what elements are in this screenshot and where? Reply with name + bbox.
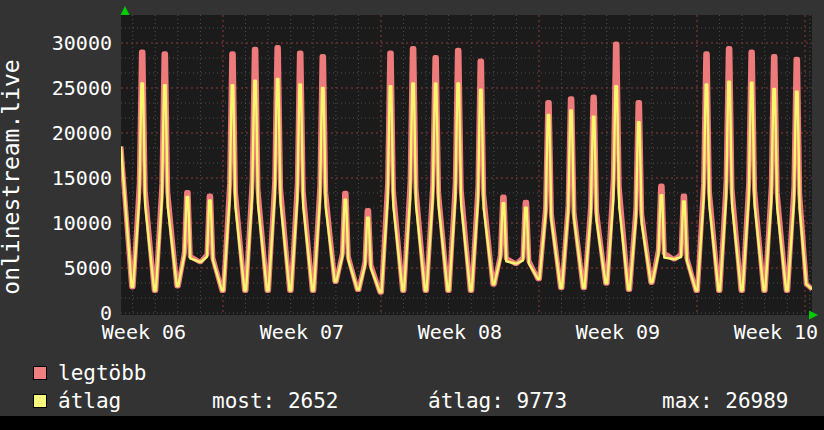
x-tick-label: Week 07 xyxy=(260,320,344,344)
x-tick-label: Week 06 xyxy=(102,320,186,344)
x-tick-label: Week 09 xyxy=(576,320,660,344)
stat-atlag-value: 9773 xyxy=(517,389,568,413)
y-tick-label: 10000 xyxy=(52,211,112,235)
y-tick-label: 25000 xyxy=(52,76,112,100)
stat-max: max: 26989 xyxy=(662,393,788,409)
stat-atlag: átlag: 9773 xyxy=(428,393,567,409)
legend-item-legtobb: legtöbb xyxy=(33,365,147,381)
bottom-border-bar xyxy=(0,416,824,430)
legend-label-atlag: átlag xyxy=(58,393,121,409)
rrd-graph: onlinestream.live 0500010000150002000025… xyxy=(0,0,824,430)
stat-most: most: 2652 xyxy=(212,393,338,409)
legend-item-atlag: átlag xyxy=(33,393,121,409)
legend-swatch-atlag xyxy=(33,394,47,408)
legend-label-legtobb: legtöbb xyxy=(58,365,147,381)
y-tick-label: 20000 xyxy=(52,121,112,145)
stat-max-value: 26989 xyxy=(725,389,788,413)
y-tick-label: 15000 xyxy=(52,166,112,190)
y-tick-label: 30000 xyxy=(52,31,112,55)
x-tick-label: Week 10 xyxy=(734,320,818,344)
stat-most-value: 2652 xyxy=(288,389,339,413)
x-tick-label: Week 08 xyxy=(418,320,502,344)
y-axis-arrow-icon xyxy=(121,6,130,15)
legend-swatch-legtobb xyxy=(33,366,47,380)
chart-canvas: 050001000015000200002500030000Week 06Wee… xyxy=(0,0,824,416)
x-axis-arrow-icon xyxy=(809,311,818,320)
y-tick-label: 5000 xyxy=(64,256,112,280)
